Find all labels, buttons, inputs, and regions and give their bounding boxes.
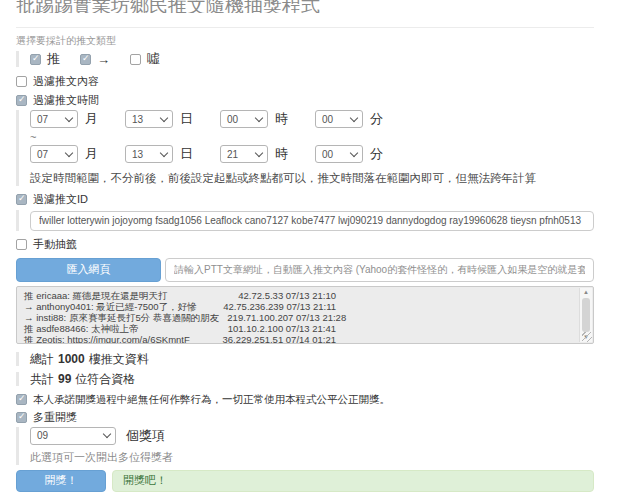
qualified-stat-group: 共計99位符合資格 [16,372,594,386]
start-hour-value: 00 [227,114,238,125]
time-end-row: 07 月 13 日 21 時 00 分 [30,145,594,163]
boo-checkbox[interactable] [130,54,141,65]
start-minute-select[interactable]: 00 [315,110,363,128]
start-day-select[interactable]: 13 [125,110,173,128]
filter-id-checkbox[interactable] [16,194,27,205]
end-hour-value: 21 [227,149,238,160]
arrow-checkbox[interactable] [80,54,91,65]
push-line: → insti88: 原來賽事延長打5分 恭喜過關的朋友219.71.100.2… [24,312,336,323]
filter-time-checkbox[interactable] [16,95,27,106]
scroll-up-icon[interactable]: ▲ [583,288,589,297]
prize-count-group: 09 個獎項 此選項可一次開出多位得獎者 [16,427,594,465]
manual-draw-row: 手動抽籤 [16,237,594,252]
push-text: 推 asdfe88466: 太神啦上帝 [24,323,139,334]
hour-unit-label: 時 [275,145,288,163]
push-meta: 36.229.251.51 07/14 01:21 [222,334,336,344]
end-month-select[interactable]: 07 [30,145,78,163]
prize-count-value: 09 [37,430,48,441]
filter-time-row: 過濾推文時間 [16,93,594,108]
main-content: 批踢踢實業坊鄉民推文隨機抽獎程式 選擇要採計的推文類型 推 → 噓 過濾推文內容… [0,0,640,494]
manual-draw-label: 手動抽籤 [33,237,77,252]
push-text: 推 ericaaa: 羅德是現在還是明天打 [24,290,168,301]
draw-row: 開獎！ 開獎吧！ [16,470,594,492]
day-unit-label: 日 [180,145,193,163]
chevron-down-icon [103,430,111,438]
push-meta: 219.71.100.207 07/13 21:28 [227,312,346,323]
month-unit-label: 月 [85,110,98,128]
prize-count-row: 09 個獎項 [30,427,594,445]
total-suffix: 樓推文資料 [89,352,149,366]
time-start-row: 07 月 13 日 00 時 00 分 [30,110,594,128]
arrow-checkbox-label: → [97,52,110,67]
chevron-down-icon [65,113,73,121]
draw-button[interactable]: 開獎！ [16,470,106,492]
prize-count-select[interactable]: 09 [30,427,116,445]
total-prefix: 總計 [30,352,54,366]
push-text: → anthony0401: 最近已經-7500了，好慘 [24,301,197,312]
start-minute-value: 00 [322,114,333,125]
import-row: 匯入網頁 [16,258,594,282]
multi-draw-label: 多重開獎 [33,410,77,425]
push-content-textarea[interactable]: 推 ericaaa: 羅德是現在還是明天打42.72.5.33 07/13 21… [16,286,594,344]
push-text: 推 Zeotis: https://imgur.com/a/6SKmntF [24,334,190,344]
chevron-down-icon [255,113,263,121]
push-line: 推 asdfe88466: 太神啦上帝101.10.2.100 07/13 21… [24,323,336,334]
push-checkbox-label: 推 [47,50,60,68]
end-minute-value: 00 [322,149,333,160]
push-list: 推 ericaaa: 羅德是現在還是明天打42.72.5.33 07/13 21… [24,290,575,344]
push-meta: 42.72.5.33 07/13 21:10 [238,290,336,301]
chevron-down-icon [255,148,263,156]
push-type-section-label: 選擇要採計的推文類型 [16,34,594,48]
start-month-value: 07 [37,114,48,125]
article-url-input[interactable] [165,258,594,282]
draw-result-banner: 開獎吧！ [112,470,594,492]
time-range-separator: ~ [30,131,594,143]
prize-count-suffix: 個獎項 [126,427,165,445]
push-line: 推 ericaaa: 羅德是現在還是明天打42.72.5.33 07/13 21… [24,290,336,301]
chevron-down-icon [65,148,73,156]
scrollbar-thumb[interactable] [582,298,590,332]
end-minute-select[interactable]: 00 [315,145,363,163]
push-meta: 42.75.236.239 07/13 21:11 [223,301,336,312]
filter-id-label: 過濾推文ID [33,192,88,207]
import-button[interactable]: 匯入網頁 [16,258,161,282]
multi-draw-row: 多重開獎 [16,410,594,425]
day-unit-label: 日 [180,110,193,128]
start-month-select[interactable]: 07 [30,110,78,128]
push-type-group: 推 → 噓 [16,51,594,67]
start-day-value: 13 [132,114,143,125]
manual-draw-checkbox[interactable] [16,239,27,250]
end-month-value: 07 [37,149,48,160]
minute-unit-label: 分 [370,145,383,163]
filter-content-checkbox[interactable] [16,76,27,87]
qualified-prefix: 共計 [30,372,54,386]
push-type-option-boo: 噓 [130,50,160,68]
qualified-users-stat: 共計99位符合資格 [30,372,594,386]
push-type-option-arrow: → [80,52,110,67]
push-type-option-push: 推 [30,50,60,68]
resize-grip-icon[interactable] [582,332,592,342]
time-range-group: 07 月 13 日 00 時 00 分 ~ 07 [16,110,594,186]
chevron-down-icon [350,148,358,156]
push-line: → anthony0401: 最近已經-7500了，好慘42.75.236.23… [24,301,336,312]
minute-unit-label: 分 [370,110,383,128]
push-checkbox[interactable] [30,54,41,65]
push-line: 推 Zeotis: https://imgur.com/a/6SKmntF36.… [24,334,336,344]
chevron-down-icon [160,148,168,156]
multi-draw-checkbox[interactable] [16,412,27,423]
qualified-suffix: 位符合資格 [75,372,135,386]
push-type-options: 推 → 噓 [30,51,594,67]
filter-content-row: 過濾推文內容 [16,74,594,89]
end-day-select[interactable]: 13 [125,145,173,163]
chevron-down-icon [350,113,358,121]
page-header: 批踢踢實業坊鄉民推文隨機抽獎程式 [16,0,594,13]
id-filter-input[interactable] [30,211,594,231]
end-hour-select[interactable]: 21 [220,145,268,163]
promise-checkbox[interactable] [16,394,27,405]
filter-time-label: 過濾推文時間 [33,93,99,108]
chevron-down-icon [160,113,168,121]
push-text: → insti88: 原來賽事延長打5分 恭喜過關的朋友 [24,312,219,323]
total-pushes-stat: 總計1000樓推文資料 [30,352,594,366]
filter-content-label: 過濾推文內容 [33,74,99,89]
start-hour-select[interactable]: 00 [220,110,268,128]
